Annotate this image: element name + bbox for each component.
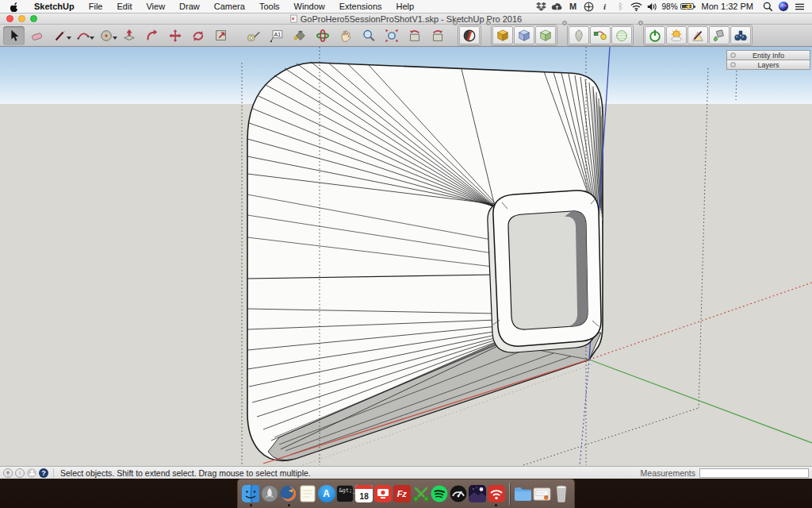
dock-speedtest[interactable] <box>450 482 468 506</box>
menu-draw[interactable]: Draw <box>172 2 207 11</box>
dock-divider <box>509 483 510 505</box>
plugin-cube-yellow[interactable] <box>492 26 513 44</box>
plugin-sun-shadows[interactable] <box>666 26 687 44</box>
dock-scissors-app[interactable] <box>412 482 430 506</box>
toolbar-close-dot[interactable] <box>562 21 567 25</box>
tool-line[interactable] <box>49 26 71 45</box>
tool-select[interactable] <box>3 26 25 45</box>
menu-window[interactable]: Window <box>287 2 332 11</box>
menu-file[interactable]: File <box>82 2 110 11</box>
notification-center-icon[interactable] <box>793 1 806 13</box>
tool-arc[interactable] <box>72 26 94 45</box>
dock-downloads-stack[interactable] <box>533 482 551 506</box>
dock-launchpad[interactable] <box>261 482 279 506</box>
orbit-icon <box>316 29 330 43</box>
plugin-cube-blue[interactable] <box>514 26 534 44</box>
menu-bar-status-area: M i ᛒ 98% ⚡ Mon 1:32 PM <box>535 1 812 13</box>
tool-offset[interactable] <box>210 26 232 45</box>
panel-toggle-icon[interactable] <box>730 52 736 58</box>
dock-night-sky-app[interactable] <box>469 482 487 506</box>
dock-filezilla[interactable]: Fz <box>393 482 411 506</box>
model-canvas[interactable] <box>0 47 812 466</box>
toolbar-close-dot[interactable] <box>638 21 643 25</box>
wheel-icon[interactable] <box>583 1 596 13</box>
tool-pan[interactable] <box>335 26 356 45</box>
apple-logo-icon <box>10 2 19 12</box>
bluetooth-icon[interactable]: ᛒ <box>615 1 627 13</box>
terminal-icon: &gt;_ <box>336 485 354 502</box>
tool-tape-measure[interactable] <box>243 26 264 45</box>
wifi-icon[interactable] <box>630 1 643 13</box>
toolbar-close-dot[interactable] <box>486 21 491 25</box>
plugin-path-ball[interactable] <box>590 26 611 44</box>
plugin-binoculars[interactable] <box>730 26 751 44</box>
dock-documents-folder[interactable] <box>514 482 532 506</box>
plugin-paint-pour[interactable] <box>709 26 730 44</box>
menu-clock[interactable]: Mon 1:32 PM <box>697 2 758 11</box>
panel-layers[interactable]: Layers <box>726 60 810 70</box>
dropbox-icon[interactable] <box>535 1 548 13</box>
italic-i-icon[interactable]: i <box>599 1 611 13</box>
measurements-input[interactable] <box>699 468 809 478</box>
dock-app-store[interactable]: A <box>317 482 335 506</box>
close-button[interactable] <box>6 15 13 22</box>
m-app-icon[interactable]: M <box>567 1 580 13</box>
blue-cube-icon <box>517 29 531 43</box>
tool-next[interactable] <box>427 26 448 45</box>
panel-toggle-icon[interactable] <box>730 62 736 67</box>
plugin-section-sphere[interactable] <box>459 26 480 44</box>
tool-push-pull[interactable] <box>118 26 140 45</box>
spotlight-search-icon[interactable] <box>761 1 774 13</box>
volume-icon[interactable] <box>646 1 659 13</box>
tool-previous[interactable] <box>404 26 425 45</box>
tool-zoom[interactable] <box>358 26 379 45</box>
tool-move[interactable] <box>164 26 186 45</box>
menu-help[interactable]: Help <box>389 2 422 11</box>
plugin-power-toggle[interactable] <box>645 26 665 44</box>
tool-orbit[interactable] <box>312 26 333 45</box>
dock-remote-desktop[interactable] <box>374 482 393 506</box>
siri-icon[interactable] <box>777 1 790 13</box>
title-bar[interactable]: GoProHero5SessionProShotV1.skp - SketchU… <box>0 13 812 25</box>
toolbar-close-dot[interactable] <box>453 21 458 25</box>
tool-rotate[interactable] <box>187 26 209 45</box>
tool-zoom-extents[interactable] <box>381 26 402 45</box>
plugin-pencil-triangle[interactable] <box>688 26 708 44</box>
sign-in-person-icon[interactable] <box>27 468 36 478</box>
battery-indicator[interactable]: 98% ⚡ <box>662 2 694 11</box>
plugin-wire-dome[interactable] <box>611 26 632 44</box>
dock-spotify[interactable] <box>431 482 449 506</box>
dock-terminal[interactable]: &gt;_ <box>336 482 354 506</box>
menu-view[interactable]: View <box>139 2 172 11</box>
cloud-upload-icon[interactable] <box>551 1 564 13</box>
tool-eraser[interactable] <box>26 26 48 45</box>
menu-sketchup[interactable]: SketchUp <box>27 2 82 11</box>
minimize-button[interactable] <box>18 15 25 22</box>
dock-network-app[interactable] <box>487 482 505 506</box>
battery-icon: ⚡ <box>680 3 694 10</box>
dock-firefox[interactable] <box>280 482 298 506</box>
tool-follow-me[interactable] <box>141 26 163 45</box>
camera-lens-ring[interactable] <box>488 190 601 352</box>
tool-text[interactable]: A1 <box>266 26 287 45</box>
dock-finder[interactable] <box>242 482 260 506</box>
plugin-cube-green[interactable] <box>535 26 556 44</box>
tool-paint-bucket[interactable] <box>289 26 310 45</box>
zoom-button[interactable] <box>30 15 37 22</box>
3d-viewport[interactable]: Entity Info Layers <box>0 47 812 466</box>
dock-trash[interactable] <box>552 482 570 506</box>
credit-info-icon[interactable]: i <box>15 468 25 478</box>
menu-tools[interactable]: Tools <box>252 2 287 11</box>
dock-calendar[interactable]: 18 <box>355 482 373 506</box>
plugin-shell[interactable] <box>569 26 589 44</box>
help-icon[interactable]: ? <box>39 468 48 478</box>
tool-shapes[interactable] <box>95 26 117 45</box>
dock-notes[interactable] <box>298 482 316 506</box>
geolocation-icon[interactable] <box>3 468 13 478</box>
apple-menu[interactable] <box>10 2 19 12</box>
running-indicator <box>250 504 252 506</box>
menu-edit[interactable]: Edit <box>109 2 139 11</box>
downloads-stack-icon <box>533 487 551 502</box>
menu-extensions[interactable]: Extensions <box>332 2 389 11</box>
menu-camera[interactable]: Camera <box>207 2 252 11</box>
